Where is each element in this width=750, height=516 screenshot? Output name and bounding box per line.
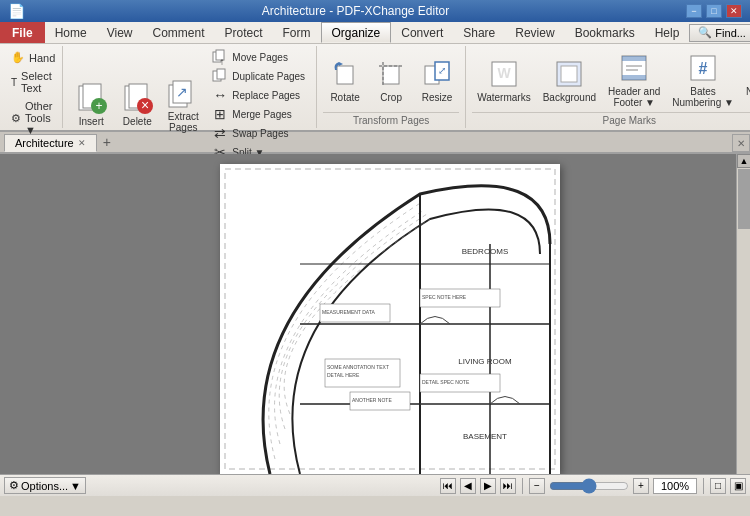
menu-home[interactable]: Home bbox=[45, 22, 97, 43]
menu-protect[interactable]: Protect bbox=[215, 22, 273, 43]
menu-convert[interactable]: Convert bbox=[391, 22, 453, 43]
background-icon bbox=[553, 58, 585, 90]
menu-help[interactable]: Help bbox=[645, 22, 690, 43]
svg-text:↑: ↑ bbox=[220, 56, 225, 65]
menu-review[interactable]: Review bbox=[505, 22, 564, 43]
separator2 bbox=[703, 478, 704, 494]
svg-rect-15 bbox=[217, 69, 225, 79]
find-button[interactable]: 🔍 Find... bbox=[689, 24, 750, 42]
svg-text:↗: ↗ bbox=[176, 84, 188, 100]
crop-icon bbox=[375, 58, 407, 90]
select-text-icon: T bbox=[11, 77, 17, 88]
scroll-up-button[interactable]: ▲ bbox=[737, 154, 750, 168]
app-icon: 📄 bbox=[8, 3, 25, 19]
tab-close-button[interactable]: ✕ bbox=[78, 138, 86, 148]
replace-pages-button[interactable]: ↔ Replace Pages bbox=[207, 86, 310, 104]
nav-last-button[interactable]: ⏭ bbox=[500, 478, 516, 494]
svg-text:+: + bbox=[96, 99, 103, 113]
delete-button[interactable]: × Delete bbox=[115, 76, 159, 134]
nav-first-button[interactable]: ⏮ bbox=[440, 478, 456, 494]
watermarks-button[interactable]: W Watermarks bbox=[472, 51, 536, 109]
resize-button[interactable]: ⤢ Resize bbox=[415, 51, 459, 109]
document-page: BEDROOMS LIVING ROOM BASEMENT SOME ANNOT… bbox=[220, 164, 560, 474]
tab-bar: Architecture ✕ + ✕ bbox=[0, 132, 750, 154]
background-button[interactable]: Background bbox=[538, 51, 601, 109]
watermarks-icon: W bbox=[488, 58, 520, 90]
close-button[interactable]: ✕ bbox=[726, 4, 742, 18]
options-button[interactable]: ⚙ Options... ▼ bbox=[4, 477, 86, 494]
swap-pages-button[interactable]: ⇄ Swap Pages bbox=[207, 124, 310, 142]
page-layout1-button[interactable]: □ bbox=[710, 478, 726, 494]
svg-text:#: # bbox=[699, 60, 708, 77]
bates-numbering-button[interactable]: # BatesNumbering ▼ bbox=[667, 51, 739, 109]
insert-button[interactable]: + Insert bbox=[69, 76, 113, 134]
ribbon-group-pages: + Insert × Delete bbox=[63, 46, 317, 128]
extract-icon: ↗ bbox=[167, 77, 199, 109]
number-pages-button[interactable]: 1,2,3 NumberPages bbox=[741, 51, 750, 109]
merge-pages-icon: ⊞ bbox=[212, 106, 228, 122]
status-left: ⚙ Options... ▼ bbox=[4, 477, 86, 494]
menu-comment[interactable]: Comment bbox=[142, 22, 214, 43]
options-icon: ⚙ bbox=[9, 479, 19, 492]
pages-small-buttons: ↑ Move Pages Duplicate Pages ↔ bbox=[207, 48, 310, 161]
other-tools-button[interactable]: ⚙ Other Tools ▼ bbox=[6, 97, 60, 139]
svg-text:SOME ANNOTATION TEXT: SOME ANNOTATION TEXT bbox=[327, 364, 389, 370]
ribbon: ✋ Hand T Select Text ⚙ Other Tools ▼ Too… bbox=[0, 44, 750, 132]
zoom-slider[interactable] bbox=[549, 480, 629, 492]
menu-view[interactable]: View bbox=[97, 22, 143, 43]
svg-text:BEDROOMS: BEDROOMS bbox=[462, 247, 509, 256]
svg-text:MEASUREMENT DATA: MEASUREMENT DATA bbox=[322, 309, 375, 315]
maximize-button[interactable]: □ bbox=[706, 4, 722, 18]
vertical-scrollbar[interactable]: ▲ bbox=[736, 154, 750, 474]
transform-group-label: Transform Pages bbox=[323, 112, 459, 126]
delete-icon: × bbox=[121, 82, 153, 114]
menu-organize[interactable]: Organize bbox=[321, 22, 392, 43]
menu-file[interactable]: File bbox=[0, 22, 45, 43]
ribbon-group-pagemarks: W Watermarks Background bbox=[466, 46, 750, 128]
merge-pages-button[interactable]: ⊞ Merge Pages bbox=[207, 105, 310, 123]
zoom-input[interactable] bbox=[653, 478, 697, 494]
new-tab-button[interactable]: + bbox=[97, 132, 117, 152]
svg-text:DETAIL HERE: DETAIL HERE bbox=[327, 372, 360, 378]
move-pages-button[interactable]: ↑ Move Pages bbox=[207, 48, 310, 66]
crop-button[interactable]: Crop bbox=[369, 51, 413, 109]
title-bar: 📄 Architecture - PDF-XChange Editor − □ … bbox=[0, 0, 750, 22]
svg-text:LIVING ROOM: LIVING ROOM bbox=[458, 357, 512, 366]
hand-tool-button[interactable]: ✋ Hand bbox=[6, 48, 60, 67]
status-bar: ⚙ Options... ▼ ⏮ ◀ ▶ ⏭ − + □ ▣ bbox=[0, 474, 750, 496]
ribbon-group-transform: Rotate Crop ⤢ bbox=[317, 46, 466, 128]
menu-bookmarks[interactable]: Bookmarks bbox=[565, 22, 645, 43]
menu-form[interactable]: Form bbox=[273, 22, 321, 43]
nav-next-button[interactable]: ▶ bbox=[480, 478, 496, 494]
hand-icon: ✋ bbox=[11, 51, 25, 64]
tab-architecture[interactable]: Architecture ✕ bbox=[4, 134, 97, 152]
svg-text:W: W bbox=[497, 65, 511, 81]
svg-rect-26 bbox=[561, 66, 577, 82]
separator bbox=[522, 478, 523, 494]
select-text-button[interactable]: T Select Text bbox=[6, 67, 60, 97]
svg-rect-29 bbox=[622, 75, 646, 80]
extract-pages-button[interactable]: ↗ ExtractPages bbox=[161, 76, 205, 134]
nav-prev-button[interactable]: ◀ bbox=[460, 478, 476, 494]
minimize-button[interactable]: − bbox=[686, 4, 702, 18]
zoom-in-button[interactable]: + bbox=[633, 478, 649, 494]
insert-icon: + bbox=[75, 82, 107, 114]
find-icon: 🔍 bbox=[698, 26, 712, 39]
svg-text:×: × bbox=[141, 97, 149, 113]
scroll-thumb[interactable] bbox=[738, 169, 750, 229]
tab-label: Architecture bbox=[15, 137, 74, 149]
svg-text:BASEMENT: BASEMENT bbox=[463, 432, 507, 441]
duplicate-pages-button[interactable]: Duplicate Pages bbox=[207, 67, 310, 85]
page-layout2-button[interactable]: ▣ bbox=[730, 478, 746, 494]
window-controls: − □ ✕ bbox=[686, 4, 742, 18]
header-footer-button[interactable]: Header andFooter ▼ bbox=[603, 51, 665, 109]
move-pages-icon: ↑ bbox=[212, 49, 228, 65]
rotate-button[interactable]: Rotate bbox=[323, 51, 367, 109]
close-panel-button[interactable]: ✕ bbox=[732, 134, 750, 152]
menu-bar: File Home View Comment Protect Form Orga… bbox=[0, 22, 750, 44]
other-tools-icon: ⚙ bbox=[11, 112, 21, 125]
menu-share[interactable]: Share bbox=[453, 22, 505, 43]
svg-rect-16 bbox=[337, 66, 353, 84]
zoom-out-button[interactable]: − bbox=[529, 478, 545, 494]
svg-text:⤢: ⤢ bbox=[438, 65, 446, 76]
